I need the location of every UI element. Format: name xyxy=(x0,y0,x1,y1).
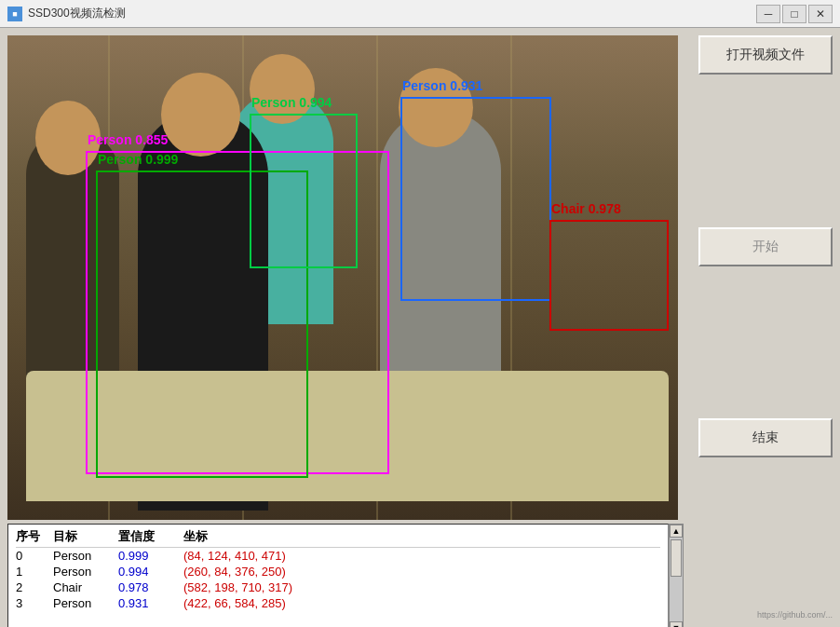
close-button[interactable]: ✕ xyxy=(808,5,833,23)
scroll-up-button[interactable]: ▲ xyxy=(670,525,683,538)
table-row: 2 Chair 0.978 (582, 198, 710, 317) xyxy=(16,579,660,595)
window-title: SSD300视频流检测 xyxy=(28,6,126,21)
row2-target: Chair xyxy=(53,580,118,594)
video-area: Person 0.855 Person 0.999 Person 0.994 P… xyxy=(7,35,678,520)
row0-idx: 0 xyxy=(16,549,53,563)
header-idx: 序号 xyxy=(16,528,53,545)
window-controls: ─ □ ✕ xyxy=(756,5,833,23)
table-surface xyxy=(26,371,669,501)
app-icon: ■ xyxy=(7,7,22,21)
spacer xyxy=(698,274,833,412)
left-panel: Person 0.855 Person 0.999 Person 0.994 P… xyxy=(0,28,691,627)
video-background: Person 0.855 Person 0.999 Person 0.994 P… xyxy=(7,35,678,520)
row2-conf: 0.978 xyxy=(118,580,183,594)
row1-coords: (260, 84, 376, 250) xyxy=(183,565,351,579)
table-row: 1 Person 0.994 (260, 84, 376, 250) xyxy=(16,564,660,579)
row1-target: Person xyxy=(53,565,118,579)
video-frame-wrapper: Person 0.855 Person 0.999 Person 0.994 P… xyxy=(7,35,684,627)
header-conf: 置信度 xyxy=(118,528,183,545)
right-panel: 打开视频文件 开始 结束 https://github.com/... xyxy=(691,28,840,627)
minimize-button[interactable]: ─ xyxy=(756,5,780,23)
header-target: 目标 xyxy=(53,528,118,545)
row0-conf: 0.999 xyxy=(118,549,183,563)
detection-box-chair: Chair 0.978 xyxy=(549,220,669,331)
person-head-left xyxy=(35,101,101,175)
row0-target: Person xyxy=(53,549,118,563)
scrollbar[interactable]: ▲ ▼ xyxy=(669,524,684,627)
row2-idx: 2 xyxy=(16,580,53,594)
row3-coords: (422, 66, 584, 285) xyxy=(183,596,351,610)
row1-idx: 1 xyxy=(16,565,53,579)
title-bar-left: ■ SSD300视频流检测 xyxy=(7,6,126,21)
spacer xyxy=(698,82,833,220)
row3-target: Person xyxy=(53,596,118,610)
row0-coords: (84, 124, 410, 471) xyxy=(183,549,351,563)
open-file-button[interactable]: 打开视频文件 xyxy=(698,35,833,75)
row2-coords: (582, 198, 710, 317) xyxy=(183,580,351,594)
maximize-button[interactable]: □ xyxy=(782,5,806,23)
spacer xyxy=(698,465,833,603)
end-button[interactable]: 结束 xyxy=(698,418,833,457)
row3-idx: 3 xyxy=(16,596,53,610)
main-content: Person 0.855 Person 0.999 Person 0.994 P… xyxy=(0,28,840,627)
scroll-down-button[interactable]: ▼ xyxy=(670,621,683,627)
scroll-track[interactable] xyxy=(670,538,683,621)
table-row: 0 Person 0.999 (84, 124, 410, 471) xyxy=(16,548,660,564)
detection-table: 序号 目标 置信度 坐标 0 Person 0.999 (84, 124, 41… xyxy=(7,524,669,627)
table-row: 3 Person 0.931 (422, 66, 584, 285) xyxy=(16,595,660,611)
start-button[interactable]: 开始 xyxy=(698,227,833,266)
table-header: 序号 目标 置信度 坐标 xyxy=(16,526,660,548)
person-head-center xyxy=(161,73,240,157)
person-head-right xyxy=(399,68,473,147)
row1-conf: 0.994 xyxy=(118,565,183,579)
title-bar: ■ SSD300视频流检测 ─ □ ✕ xyxy=(0,0,840,28)
watermark: https://github.com/... xyxy=(698,610,833,620)
header-coords: 坐标 xyxy=(183,528,351,545)
detection-label-chair: Chair 0.978 xyxy=(551,201,621,216)
row3-conf: 0.931 xyxy=(118,596,183,610)
bottom-panel: 序号 目标 置信度 坐标 0 Person 0.999 (84, 124, 41… xyxy=(7,524,684,627)
scroll-thumb[interactable] xyxy=(671,539,682,577)
person-head-back xyxy=(250,54,315,124)
